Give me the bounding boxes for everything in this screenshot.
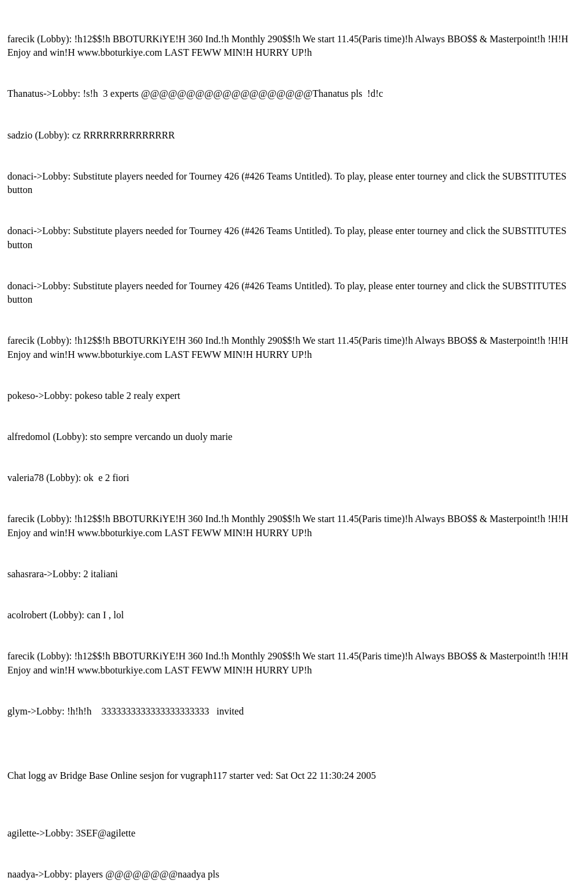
chat-line: donaci->Lobby: Substitute players needed… — [7, 279, 581, 307]
chat-line: farecik (Lobby): !h12$$!h BBOTURKiYE!H 3… — [7, 334, 581, 362]
chat-line: pokeso->Lobby: pokeso table 2 realy expe… — [7, 389, 581, 403]
chat-log: farecik (Lobby): !h12$$!h BBOTURKiYE!H 3… — [7, 5, 581, 891]
chat-line: agilette->Lobby: 3SEF@agilette — [7, 827, 581, 840]
chat-line: farecik (Lobby): !h12$$!h BBOTURKiYE!H 3… — [7, 650, 581, 677]
chat-line: glym->Lobby: !h!h!h 33333333333333333333… — [7, 705, 581, 718]
chat-line: farecik (Lobby): !h12$$!h BBOTURKiYE!H 3… — [7, 32, 581, 60]
chat-line: donaci->Lobby: Substitute players needed… — [7, 224, 581, 252]
chat-line: valeria78 (Lobby): ok e 2 fiori — [7, 471, 581, 485]
chat-line: farecik (Lobby): !h12$$!h BBOTURKiYE!H 3… — [7, 512, 581, 540]
chat-line: donaci->Lobby: Substitute players needed… — [7, 170, 581, 197]
chat-line: acolrobert (Lobby): can I , lol — [7, 609, 581, 622]
chat-line: sahasrara->Lobby: 2 italiani — [7, 567, 581, 581]
chat-line: Thanatus->Lobby: !s!h 3 experts @@@@@@@@… — [7, 87, 581, 100]
session-header: Chat logg av Bridge Base Online sesjon f… — [7, 769, 581, 783]
chat-line: alfredomol (Lobby): sto sempre vercando … — [7, 430, 581, 444]
chat-line: naadya->Lobby: players @@@@@@@@naadya pl… — [7, 868, 581, 881]
chat-line: sadzio (Lobby): cz RRRRRRRRRRRRRR — [7, 129, 581, 142]
